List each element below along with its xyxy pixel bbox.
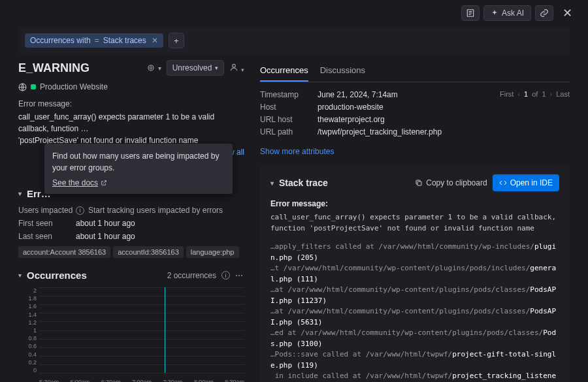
filter-value: Stack traces [103,36,146,45]
link-icon[interactable] [535,5,553,21]
attr-value: /twpwf/project_tracking_listener.php [318,127,442,136]
svg-point-1 [150,67,152,69]
pager-last[interactable]: Last [556,90,570,98]
tag[interactable]: accountId:3856163 [113,246,184,258]
tab-occurrences[interactable]: Occurrences [260,60,308,82]
chevron-down-icon[interactable]: ▾ [18,190,22,197]
svg-rect-5 [417,182,421,185]
svg-point-2 [148,65,154,71]
stack-trace-panel: ▾ Stack trace Copy to clipboard Open in … [260,165,570,382]
error-message-label: Error message: [270,199,559,208]
chevron-left-icon[interactable]: ‹ [517,90,520,98]
attr-key: URL host [260,115,318,124]
attr-value: thewaterproject.org [318,115,385,124]
stack-error-message: call_user_func_array() expects parameter… [270,212,559,234]
pager-total: 1 [542,90,546,98]
pager-first[interactable]: First [500,90,514,98]
attr-value: June 21, 2024, 7:14am [318,90,398,99]
remove-filter-icon[interactable]: ✕ [152,36,158,45]
status-label: Unresolved [172,63,212,72]
chevron-down-icon[interactable]: ▾ [270,180,274,187]
close-icon[interactable]: ✕ [557,6,578,20]
tag[interactable]: language:php [186,246,239,258]
filter-operator: = [95,36,99,45]
attr-value: production-website [318,103,384,112]
notes-icon[interactable] [461,5,480,21]
chevron-right-icon[interactable]: › [550,90,553,98]
assign-user-icon[interactable]: ▾ [229,63,244,74]
copy-clipboard-button[interactable]: Copy to clipboard [415,174,487,191]
host-row: Production Website [18,82,244,91]
users-impacted-value: Start tracking users impacted by errors [88,206,223,215]
ask-ai-label: Ask AI [502,8,524,18]
info-icon[interactable]: i [76,206,84,215]
ask-ai-button[interactable]: Ask AI [483,5,531,21]
open-in-ide-button[interactable]: Open in IDE [493,174,559,191]
occurrences-count: 2 occurrences [167,271,216,280]
pager: First ‹ 1 of 1 › Last [500,90,570,98]
status-select[interactable]: Unresolved ▾ [167,60,225,76]
occurrences-chart: 21.81.61.41.210.80.60.40.20 5:30am6:00am… [18,287,244,382]
error-title: E_WARNING [18,61,90,75]
occurrences-heading: Occurrences [27,270,87,281]
attr-key: Host [260,103,318,112]
add-filter-button[interactable]: + [169,33,184,48]
tooltip-body: Find out how many users are being impact… [52,150,225,174]
external-link-icon [101,180,107,186]
last-seen-label: Last seen [18,232,76,241]
filter-label: Occurrences with [30,36,91,45]
svg-point-3 [233,64,236,67]
globe-icon [18,83,27,91]
tab-discussions[interactable]: Discussions [320,60,365,82]
fingerprint-icon[interactable]: ▾ [146,63,161,72]
first-seen-label: First seen [18,219,76,228]
status-dot-icon [31,84,36,89]
host-label: Production Website [40,82,108,91]
error-message-label: Error message: [18,99,244,108]
info-icon[interactable]: i [221,271,230,279]
stack-trace-heading: Stack trace [279,178,328,188]
more-menu-icon[interactable]: ⋯ [235,271,244,280]
attributes: TimestampJune 21, 2024, 7:14am Hostprodu… [260,90,442,140]
chevron-down-icon[interactable]: ▾ [18,272,22,279]
attr-key: URL path [260,127,318,136]
last-seen-value: about 1 hour ago [76,232,135,241]
show-more-attributes-link[interactable]: Show more attributes [260,147,334,156]
filter-bar: Occurrences with = Stack traces ✕ + [18,27,570,54]
filter-chip[interactable]: Occurrences with = Stack traces ✕ [25,33,163,48]
attr-key: Timestamp [260,90,318,99]
pager-of: of [532,90,538,98]
tabs: Occurrences Discussions [260,60,570,82]
tooltip: Find out how many users are being impact… [44,144,233,194]
error-message-line: call_user_func_array() expects parameter… [18,111,244,135]
tooltip-docs-link[interactable]: See the docs [52,178,107,187]
tag[interactable]: account:Account 3856163 [18,246,110,258]
stack-traces: …apply_filters called at /var/www/html/c… [270,242,559,382]
users-impacted-label: Users impacted [18,206,76,215]
first-seen-value: about 1 hour ago [76,219,135,228]
pager-position: 1 [524,90,528,98]
